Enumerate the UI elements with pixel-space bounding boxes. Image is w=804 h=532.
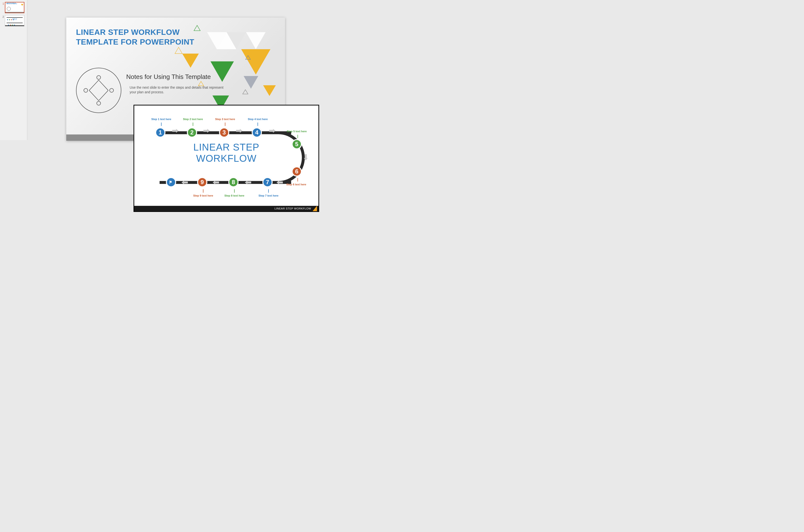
step-6-label[interactable]: Step 6 text here [286, 183, 306, 186]
step-6-node[interactable]: 6 [292, 166, 302, 177]
slide-canvas-2-preview[interactable]: 1 2 3 4 5 6 7 8 9 Step 1 text here Step … [133, 105, 319, 212]
thumbnail-slide-2[interactable]: LINEAR STEPWORKFLOW [5, 15, 24, 26]
step-8-label[interactable]: Step 8 text here [224, 194, 244, 197]
step-3-node[interactable]: 3 [219, 127, 229, 138]
step-7-label[interactable]: Step 7 text here [259, 194, 279, 197]
thumbnail-number: 2 [0, 15, 4, 18]
step-4-node[interactable]: 4 [252, 127, 262, 138]
slide2-title[interactable]: LINEAR STEP WORKFLOW [134, 141, 318, 164]
slide2-footer: LINEAR STEP WORKFLOW [134, 206, 318, 211]
finish-flag-node[interactable] [166, 177, 176, 187]
thumbnail-row-2[interactable]: 2 LINEAR STEPWORKFLOW [0, 15, 26, 26]
step-8-node[interactable]: 8 [228, 177, 239, 187]
step-2-node[interactable]: 2 [187, 127, 197, 138]
step-3-label[interactable]: Step 3 text here [215, 118, 235, 120]
step-9-node[interactable]: 9 [197, 177, 207, 187]
slide-subtitle[interactable]: Notes for Using This Template [126, 73, 211, 81]
svg-marker-2 [246, 56, 250, 59]
step-1-label[interactable]: Step 1 text here [151, 118, 171, 120]
step-2-label[interactable]: Step 2 text here [183, 118, 203, 120]
thumbnail-row-1[interactable]: 1 LINEAR STEP WORKFLOWTEMPLATE FOR POWER… [0, 2, 26, 13]
svg-marker-1 [175, 47, 182, 54]
step-5-label[interactable]: Step 5 text here [287, 130, 307, 133]
flag-icon [169, 180, 173, 185]
slide-title[interactable]: LINEAR STEP WORKFLOW TEMPLATE FOR POWERP… [76, 27, 194, 47]
step-9-label[interactable]: Step 9 text here [193, 194, 213, 197]
circle-diagram-icon [76, 68, 121, 113]
slide-body-text[interactable]: Use the next slide to enter the steps an… [130, 85, 227, 95]
svg-marker-0 [194, 25, 200, 31]
footer-accent-icon [313, 206, 317, 211]
svg-marker-4 [243, 90, 248, 94]
step-7-node[interactable]: 7 [262, 177, 273, 187]
step-4-label[interactable]: Step 4 text here [248, 118, 268, 120]
step-1-node[interactable]: 1 [155, 127, 165, 138]
thumbnail-slide-1[interactable]: LINEAR STEP WORKFLOWTEMPLATE FOR POWERPO… [5, 2, 24, 13]
slide-thumbnail-panel: 1 LINEAR STEP WORKFLOWTEMPLATE FOR POWER… [0, 0, 27, 140]
thumbnail-number: 1 [0, 2, 4, 5]
slide2-footer-text: LINEAR STEP WORKFLOW [275, 207, 311, 210]
